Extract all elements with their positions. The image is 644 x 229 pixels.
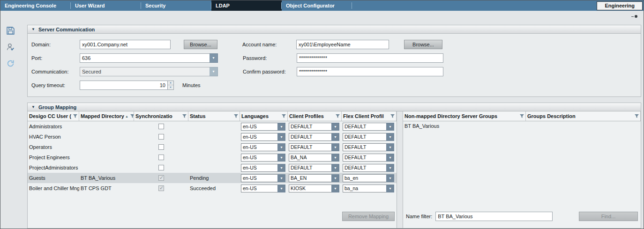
filter-icon[interactable] — [635, 114, 639, 118]
server-communication-body: Domain: Browse... Account name: Browse..… — [28, 34, 641, 96]
client-profile-dropdown[interactable]: BA_NA ▼ — [289, 154, 339, 162]
engineering-mode-button[interactable]: Engineering — [597, 1, 643, 10]
flex-client-profile-dropdown[interactable]: ba_na ▼ — [343, 185, 394, 192]
synchronization-checkbox[interactable] — [158, 134, 164, 140]
language-dropdown[interactable]: en-US ▼ — [241, 123, 285, 131]
synchronization-checkbox[interactable] — [158, 155, 164, 160]
stepper-down-icon[interactable]: ▼ — [168, 85, 173, 89]
client-profile-dropdown[interactable]: KIOSK ▼ — [289, 185, 339, 192]
filter-icon[interactable] — [390, 114, 395, 118]
language-dropdown[interactable]: en-US ▼ — [241, 154, 285, 162]
column-label: Client Profiles — [289, 113, 324, 119]
column-header-synchronization[interactable]: Synchronizatio — [134, 111, 188, 121]
column-header-desigo-user[interactable]: Desigo CC User ( — [28, 111, 79, 121]
language-dropdown[interactable]: en-US ▼ — [241, 174, 285, 182]
cell-status — [188, 121, 240, 132]
chevron-down-icon: ▼ — [277, 133, 285, 141]
column-header-flex-client-profiles[interactable]: Flex Client Profil — [342, 111, 397, 121]
directory-group-row[interactable]: BT BA_Various — [403, 121, 641, 131]
synchronization-checkbox[interactable] — [158, 185, 164, 191]
refresh-icon[interactable] — [6, 59, 15, 68]
cell-flex-client-profile: ba_na ▼ — [342, 183, 397, 193]
remove-mapping-button[interactable]: Remove Mapping — [342, 212, 395, 221]
client-profile-value: DEFAULT — [289, 123, 331, 131]
query-timeout-stepper[interactable]: ▲ ▼ — [168, 81, 174, 90]
cell-status — [188, 142, 240, 152]
flex-client-profile-dropdown[interactable]: DEFAULT ▼ — [343, 123, 394, 131]
column-label: Mapped Directory — [81, 113, 124, 119]
account-browse-button[interactable]: Browse... — [404, 40, 442, 49]
filter-icon[interactable] — [182, 114, 187, 118]
panel-splitter[interactable] — [397, 111, 403, 228]
client-profile-value: DEFAULT — [289, 164, 331, 172]
password-input[interactable] — [297, 53, 443, 63]
server-communication-header[interactable]: ▼ Server Communication — [28, 25, 641, 34]
column-header-nonmapped-groups[interactable]: Non-mapped Directory Server Groups — [403, 111, 526, 121]
flex-client-profile-dropdown[interactable]: DEFAULT ▼ — [343, 143, 394, 151]
synchronization-checkbox[interactable] — [158, 124, 164, 129]
language-dropdown[interactable]: en-US ▼ — [241, 164, 285, 172]
client-profile-dropdown[interactable]: DEFAULT ▼ — [289, 123, 339, 131]
table-row[interactable]: Administrators en-US ▼ DEFAULT ▼ DEFAULT… — [28, 121, 397, 132]
find-button[interactable]: Find... — [579, 212, 638, 221]
domain-input[interactable] — [80, 40, 171, 49]
synchronization-checkbox[interactable] — [158, 144, 164, 150]
tab-object-configurator[interactable]: Object Configurator — [282, 0, 352, 11]
language-dropdown[interactable]: en-US ▼ — [241, 143, 285, 151]
client-profile-dropdown[interactable]: DEFAULT ▼ — [289, 164, 339, 172]
client-profile-dropdown[interactable]: BA_EN ▼ — [289, 174, 339, 182]
client-profile-dropdown[interactable]: DEFAULT ▼ — [289, 133, 339, 141]
filter-icon[interactable] — [520, 114, 524, 118]
confirm-password-input[interactable] — [297, 67, 443, 76]
cell-flex-client-profile: DEFAULT ▼ — [342, 163, 397, 173]
synchronization-checkbox[interactable] — [158, 165, 164, 170]
flex-client-profile-value: DEFAULT — [343, 164, 386, 172]
synchronization-checkbox[interactable] — [158, 175, 164, 181]
save-icon[interactable] — [6, 26, 15, 35]
stepper-up-icon[interactable]: ▲ — [168, 81, 173, 86]
filter-icon[interactable] — [130, 114, 134, 118]
account-name-input[interactable] — [296, 40, 389, 49]
communication-dropdown[interactable]: Secured ▼ — [80, 67, 218, 76]
tab-ldap[interactable]: LDAP — [211, 0, 282, 11]
group-mapping-header[interactable]: ▼ Group Mapping — [28, 103, 641, 111]
column-header-languages[interactable]: Languages — [240, 111, 288, 121]
table-row[interactable]: Operators en-US ▼ DEFAULT ▼ DEFAULT ▼ — [28, 142, 397, 152]
user-check-icon[interactable] — [6, 42, 15, 52]
client-profile-dropdown[interactable]: DEFAULT ▼ — [289, 143, 339, 151]
client-profile-value: DEFAULT — [289, 133, 331, 141]
flex-client-profile-dropdown[interactable]: DEFAULT ▼ — [343, 154, 394, 162]
column-header-client-profiles[interactable]: Client Profiles — [288, 111, 342, 121]
filter-icon[interactable] — [234, 114, 238, 118]
pin-icon[interactable] — [631, 15, 638, 18]
language-dropdown[interactable]: en-US ▼ — [241, 185, 285, 192]
table-row[interactable]: Boiler and Chiller Mng BT CPS GDT Succee… — [28, 183, 397, 193]
chevron-down-icon: ▼ — [277, 174, 285, 182]
flex-client-profile-dropdown[interactable]: DEFAULT ▼ — [343, 164, 394, 172]
domain-browse-button[interactable]: Browse... — [184, 40, 217, 49]
column-header-mapped-directory[interactable]: Mapped Directory ▲ — [79, 111, 134, 121]
name-filter-input[interactable] — [435, 212, 553, 221]
filter-icon[interactable] — [73, 114, 77, 118]
column-header-status[interactable]: Status — [188, 111, 240, 121]
table-row[interactable]: HVAC Person en-US ▼ DEFAULT ▼ DEFAULT ▼ — [28, 132, 397, 142]
flex-client-profile-dropdown[interactable]: DEFAULT ▼ — [343, 133, 394, 141]
table-row[interactable]: Project Engineers en-US ▼ BA_NA ▼ DEFAUL… — [28, 152, 397, 163]
language-value: en-US — [241, 143, 277, 151]
cell-synchronization — [134, 163, 188, 173]
query-timeout-input[interactable] — [80, 81, 168, 90]
filter-icon[interactable] — [282, 114, 286, 118]
table-row[interactable]: Guests BT BA_Various Pending en-US ▼ BA_… — [28, 173, 397, 183]
cell-client-profile: DEFAULT ▼ — [288, 163, 342, 173]
tab-engineering-console[interactable]: Engineering Console — [0, 0, 71, 11]
flex-client-profile-dropdown[interactable]: ba_en ▼ — [343, 174, 394, 182]
port-dropdown[interactable]: 636 ▼ — [80, 53, 218, 63]
language-dropdown[interactable]: en-US ▼ — [241, 133, 285, 141]
tab-security[interactable]: Security — [141, 0, 211, 11]
table-row[interactable]: ProjectAdministrators en-US ▼ DEFAULT ▼ … — [28, 163, 397, 173]
filter-icon[interactable] — [336, 114, 340, 118]
chevron-down-icon: ▼ — [386, 185, 394, 192]
tab-user-wizard[interactable]: User Wizard — [71, 0, 141, 11]
column-header-groups-description[interactable]: Groups Description — [526, 111, 641, 121]
chevron-down-icon: ▼ — [210, 53, 218, 63]
